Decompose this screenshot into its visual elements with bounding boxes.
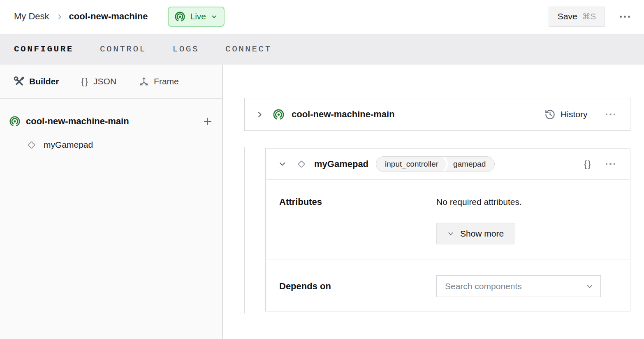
- chevron-right-icon: [255, 110, 264, 119]
- chevron-down-icon: [211, 13, 218, 20]
- broadcast-icon: [9, 116, 21, 127]
- machine-tree: cool-new-machine-main myGamepad: [0, 99, 222, 156]
- topbar-overflow-menu-button[interactable]: [617, 13, 632, 20]
- depends-on-label: Depends on: [279, 275, 436, 297]
- machine-part-card: cool-new-machine-main History: [244, 98, 630, 131]
- plus-icon: [202, 116, 213, 127]
- show-more-button[interactable]: Show more: [436, 223, 514, 244]
- view-tab-label: JSON: [93, 77, 116, 86]
- chevron-down-icon: [586, 282, 594, 290]
- view-raw-json-button[interactable]: {}: [584, 159, 592, 170]
- component-card: myGamepad input_controller gamepad {} At…: [265, 148, 630, 311]
- depends-on-select[interactable]: [436, 275, 601, 297]
- tools-icon: [14, 76, 25, 87]
- component-type-model-badge: input_controller gamepad: [376, 156, 495, 172]
- top-bar: My Desk cool-new-machine Live Save ⌘S: [0, 0, 644, 33]
- status-badge: Live: [190, 12, 206, 21]
- history-button-label: History: [561, 109, 587, 119]
- history-clock-icon: [544, 109, 556, 120]
- collapse-component-card-button[interactable]: [278, 160, 287, 168]
- chevron-down-icon: [278, 160, 287, 168]
- tree-machine-name: cool-new-machine-main: [26, 116, 197, 127]
- breadcrumb-chevron-icon: [56, 13, 63, 21]
- config-view-switcher: Builder {} JSON Frame: [0, 65, 222, 99]
- view-tab-builder[interactable]: Builder: [14, 76, 59, 87]
- history-button[interactable]: History: [544, 109, 587, 120]
- breadcrumb-parent[interactable]: My Desk: [14, 11, 49, 22]
- component-card-overflow-menu-button[interactable]: [603, 160, 618, 167]
- tab-connect[interactable]: CONNECT: [225, 44, 272, 54]
- attributes-label: Attributes: [279, 197, 436, 207]
- add-component-button[interactable]: [202, 116, 213, 127]
- diamond-icon: [25, 139, 37, 151]
- component-type: input_controller: [376, 157, 442, 172]
- breadcrumb-current: cool-new-machine: [69, 11, 148, 22]
- broadcast-icon: [273, 109, 285, 121]
- view-tab-frame[interactable]: Frame: [139, 76, 179, 87]
- machine-card-overflow-menu-button[interactable]: [603, 111, 618, 118]
- ellipsis-icon: [606, 114, 608, 116]
- config-sidebar: Builder {} JSON Frame: [0, 65, 223, 339]
- tree-connector-line: [244, 147, 245, 313]
- expand-machine-card-button[interactable]: [255, 110, 264, 119]
- component-name: myGamepad: [314, 159, 368, 170]
- tree-item-machine-part[interactable]: cool-new-machine-main: [0, 109, 222, 133]
- machine-status-dropdown[interactable]: Live: [168, 7, 225, 27]
- broadcast-icon: [174, 11, 185, 22]
- attributes-section: Attributes No required attributes. Show …: [266, 180, 630, 260]
- ellipsis-icon: [606, 163, 608, 165]
- chevron-down-icon: [447, 230, 454, 237]
- component-model: gamepad: [449, 157, 494, 172]
- section-tab-bar: CONFIGURE CONTROL LOGS CONNECT: [0, 34, 644, 65]
- component-card-header: myGamepad input_controller gamepad {}: [266, 149, 630, 180]
- attributes-empty-text: No required attributes.: [436, 197, 522, 207]
- show-more-label: Show more: [460, 229, 504, 239]
- attributes-content: No required attributes. Show more: [436, 197, 522, 244]
- tree-item-component[interactable]: myGamepad: [0, 133, 222, 156]
- diamond-icon: [296, 158, 307, 170]
- save-button[interactable]: Save ⌘S: [549, 7, 605, 27]
- tree-component-name: myGamepad: [44, 140, 93, 150]
- view-tab-json[interactable]: {} JSON: [81, 76, 116, 87]
- view-tab-label: Builder: [29, 77, 59, 86]
- save-shortcut-hint: ⌘S: [582, 12, 596, 21]
- tab-configure[interactable]: CONFIGURE: [14, 44, 74, 54]
- tab-control[interactable]: CONTROL: [100, 44, 146, 54]
- braces-icon: {}: [81, 76, 89, 87]
- machine-part-title: cool-new-machine-main: [292, 109, 395, 120]
- save-button-label: Save: [558, 12, 577, 21]
- braces-icon: {}: [584, 159, 592, 170]
- badge-divider-chevron-icon: [442, 157, 449, 172]
- depends-on-section: Depends on: [266, 260, 630, 297]
- ellipsis-icon: [620, 16, 622, 18]
- view-tab-label: Frame: [154, 77, 179, 86]
- axes-icon: [139, 76, 149, 87]
- tab-logs[interactable]: LOGS: [173, 44, 199, 54]
- search-components-input[interactable]: [444, 281, 586, 292]
